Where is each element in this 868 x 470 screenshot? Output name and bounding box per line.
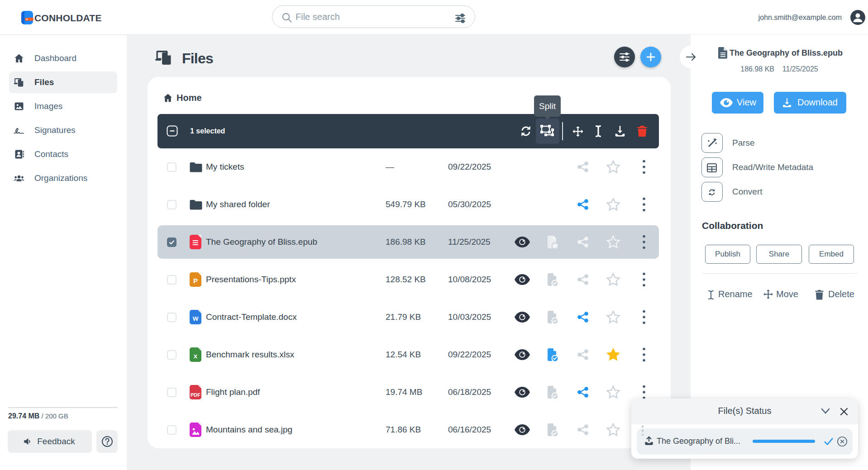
- svg-text:W: W: [193, 315, 199, 322]
- svg-text:P: P: [193, 277, 198, 285]
- svg-text:PDF: PDF: [191, 392, 200, 398]
- svg-text:x: x: [194, 352, 198, 360]
